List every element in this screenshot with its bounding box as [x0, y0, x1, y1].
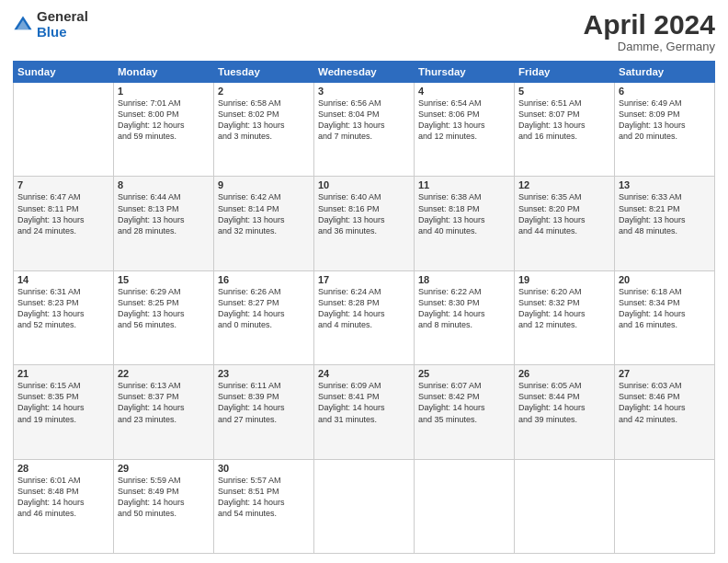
calendar-cell: 5Sunrise: 6:51 AM Sunset: 8:07 PM Daylig…: [515, 83, 615, 177]
calendar-cell: 22Sunrise: 6:13 AM Sunset: 8:37 PM Dayli…: [114, 365, 214, 459]
calendar-cell: 10Sunrise: 6:40 AM Sunset: 8:16 PM Dayli…: [314, 177, 415, 270]
month-title: April 2024: [584, 9, 715, 40]
day-number: 4: [418, 86, 510, 97]
day-info: Sunrise: 5:57 AM Sunset: 8:51 PM Dayligh…: [218, 475, 310, 520]
weekday-header-wednesday: Wednesday: [314, 62, 415, 83]
calendar-cell: 25Sunrise: 6:07 AM Sunset: 8:42 PM Dayli…: [415, 365, 515, 459]
calendar-cell: 20Sunrise: 6:18 AM Sunset: 8:34 PM Dayli…: [615, 270, 715, 364]
day-info: Sunrise: 6:15 AM Sunset: 8:35 PM Dayligh…: [17, 380, 109, 425]
day-info: Sunrise: 6:26 AM Sunset: 8:27 PM Dayligh…: [218, 286, 310, 331]
calendar-cell: [14, 83, 114, 177]
day-info: Sunrise: 6:29 AM Sunset: 8:25 PM Dayligh…: [118, 286, 210, 331]
day-info: Sunrise: 6:05 AM Sunset: 8:44 PM Dayligh…: [518, 380, 610, 425]
day-number: 14: [17, 274, 109, 285]
day-info: Sunrise: 6:42 AM Sunset: 8:14 PM Dayligh…: [218, 191, 310, 236]
day-info: Sunrise: 6:56 AM Sunset: 8:04 PM Dayligh…: [318, 98, 410, 143]
header: General Blue April 2024 Damme, Germany: [13, 9, 715, 53]
calendar-cell: [515, 459, 615, 553]
calendar-cell: 7Sunrise: 6:47 AM Sunset: 8:11 PM Daylig…: [14, 177, 114, 270]
calendar-cell: 2Sunrise: 6:58 AM Sunset: 8:02 PM Daylig…: [214, 83, 314, 177]
weekday-header-friday: Friday: [515, 62, 615, 83]
calendar-cell: 29Sunrise: 5:59 AM Sunset: 8:49 PM Dayli…: [114, 459, 214, 553]
weekday-header-sunday: Sunday: [14, 62, 114, 83]
day-info: Sunrise: 6:20 AM Sunset: 8:32 PM Dayligh…: [518, 286, 610, 331]
day-number: 23: [218, 368, 310, 379]
calendar-cell: 21Sunrise: 6:15 AM Sunset: 8:35 PM Dayli…: [14, 365, 114, 459]
calendar-cell: 19Sunrise: 6:20 AM Sunset: 8:32 PM Dayli…: [515, 270, 615, 364]
day-number: 5: [518, 86, 610, 97]
calendar-cell: [415, 459, 515, 553]
day-number: 15: [118, 274, 210, 285]
day-number: 1: [118, 86, 210, 97]
location-subtitle: Damme, Germany: [584, 40, 715, 53]
calendar-cell: 11Sunrise: 6:38 AM Sunset: 8:18 PM Dayli…: [415, 177, 515, 270]
calendar-cell: 12Sunrise: 6:35 AM Sunset: 8:20 PM Dayli…: [515, 177, 615, 270]
calendar-cell: 14Sunrise: 6:31 AM Sunset: 8:23 PM Dayli…: [14, 270, 114, 364]
day-number: 20: [619, 274, 711, 285]
generalblue-icon: [13, 15, 33, 35]
day-info: Sunrise: 6:51 AM Sunset: 8:07 PM Dayligh…: [518, 98, 610, 143]
calendar-cell: [615, 459, 715, 553]
calendar-cell: 1Sunrise: 7:01 AM Sunset: 8:00 PM Daylig…: [114, 83, 214, 177]
calendar-cell: 4Sunrise: 6:54 AM Sunset: 8:06 PM Daylig…: [415, 83, 515, 177]
day-number: 29: [118, 463, 210, 474]
day-info: Sunrise: 6:44 AM Sunset: 8:13 PM Dayligh…: [118, 191, 210, 236]
weekday-header-monday: Monday: [114, 62, 214, 83]
day-number: 17: [318, 274, 410, 285]
day-number: 8: [118, 179, 210, 190]
calendar-cell: 8Sunrise: 6:44 AM Sunset: 8:13 PM Daylig…: [114, 177, 214, 270]
day-number: 16: [218, 274, 310, 285]
logo: General Blue: [13, 9, 88, 40]
calendar-cell: 26Sunrise: 6:05 AM Sunset: 8:44 PM Dayli…: [515, 365, 615, 459]
day-number: 28: [17, 463, 109, 474]
day-number: 26: [518, 368, 610, 379]
day-number: 12: [518, 179, 610, 190]
day-info: Sunrise: 6:47 AM Sunset: 8:11 PM Dayligh…: [17, 191, 109, 236]
calendar-cell: 13Sunrise: 6:33 AM Sunset: 8:21 PM Dayli…: [615, 177, 715, 270]
day-info: Sunrise: 6:31 AM Sunset: 8:23 PM Dayligh…: [17, 286, 109, 331]
day-number: 11: [418, 179, 510, 190]
day-info: Sunrise: 6:07 AM Sunset: 8:42 PM Dayligh…: [418, 380, 510, 425]
weekday-header-saturday: Saturday: [615, 62, 715, 83]
calendar-cell: 23Sunrise: 6:11 AM Sunset: 8:39 PM Dayli…: [214, 365, 314, 459]
day-info: Sunrise: 6:33 AM Sunset: 8:21 PM Dayligh…: [619, 191, 711, 236]
calendar-cell: 30Sunrise: 5:57 AM Sunset: 8:51 PM Dayli…: [214, 459, 314, 553]
day-info: Sunrise: 6:18 AM Sunset: 8:34 PM Dayligh…: [619, 286, 711, 331]
weekday-header-thursday: Thursday: [415, 62, 515, 83]
day-number: 2: [218, 86, 310, 97]
day-info: Sunrise: 6:54 AM Sunset: 8:06 PM Dayligh…: [418, 98, 510, 143]
day-number: 9: [218, 179, 310, 190]
day-number: 7: [17, 179, 109, 190]
calendar-cell: 6Sunrise: 6:49 AM Sunset: 8:09 PM Daylig…: [615, 83, 715, 177]
day-number: 6: [619, 86, 711, 97]
day-info: Sunrise: 6:40 AM Sunset: 8:16 PM Dayligh…: [318, 191, 410, 236]
day-info: Sunrise: 6:24 AM Sunset: 8:28 PM Dayligh…: [318, 286, 410, 331]
day-info: Sunrise: 5:59 AM Sunset: 8:49 PM Dayligh…: [118, 475, 210, 520]
day-info: Sunrise: 6:22 AM Sunset: 8:30 PM Dayligh…: [418, 286, 510, 331]
calendar-cell: 27Sunrise: 6:03 AM Sunset: 8:46 PM Dayli…: [615, 365, 715, 459]
day-info: Sunrise: 6:49 AM Sunset: 8:09 PM Dayligh…: [619, 98, 711, 143]
calendar-cell: 17Sunrise: 6:24 AM Sunset: 8:28 PM Dayli…: [314, 270, 415, 364]
day-info: Sunrise: 6:09 AM Sunset: 8:41 PM Dayligh…: [318, 380, 410, 425]
weekday-header-tuesday: Tuesday: [214, 62, 314, 83]
logo-text: General Blue: [37, 9, 88, 40]
day-info: Sunrise: 6:35 AM Sunset: 8:20 PM Dayligh…: [518, 191, 610, 236]
day-info: Sunrise: 6:58 AM Sunset: 8:02 PM Dayligh…: [218, 98, 310, 143]
calendar-cell: 24Sunrise: 6:09 AM Sunset: 8:41 PM Dayli…: [314, 365, 415, 459]
day-number: 24: [318, 368, 410, 379]
calendar-cell: 9Sunrise: 6:42 AM Sunset: 8:14 PM Daylig…: [214, 177, 314, 270]
calendar-table: SundayMondayTuesdayWednesdayThursdayFrid…: [13, 61, 715, 554]
day-number: 30: [218, 463, 310, 474]
calendar-cell: 28Sunrise: 6:01 AM Sunset: 8:48 PM Dayli…: [14, 459, 114, 553]
day-number: 21: [17, 368, 109, 379]
day-number: 19: [518, 274, 610, 285]
day-info: Sunrise: 6:03 AM Sunset: 8:46 PM Dayligh…: [619, 380, 711, 425]
calendar-cell: 15Sunrise: 6:29 AM Sunset: 8:25 PM Dayli…: [114, 270, 214, 364]
calendar-cell: 18Sunrise: 6:22 AM Sunset: 8:30 PM Dayli…: [415, 270, 515, 364]
day-number: 3: [318, 86, 410, 97]
title-block: April 2024 Damme, Germany: [584, 9, 715, 53]
day-number: 27: [619, 368, 711, 379]
day-number: 13: [619, 179, 711, 190]
day-info: Sunrise: 6:38 AM Sunset: 8:18 PM Dayligh…: [418, 191, 510, 236]
day-info: Sunrise: 6:13 AM Sunset: 8:37 PM Dayligh…: [118, 380, 210, 425]
